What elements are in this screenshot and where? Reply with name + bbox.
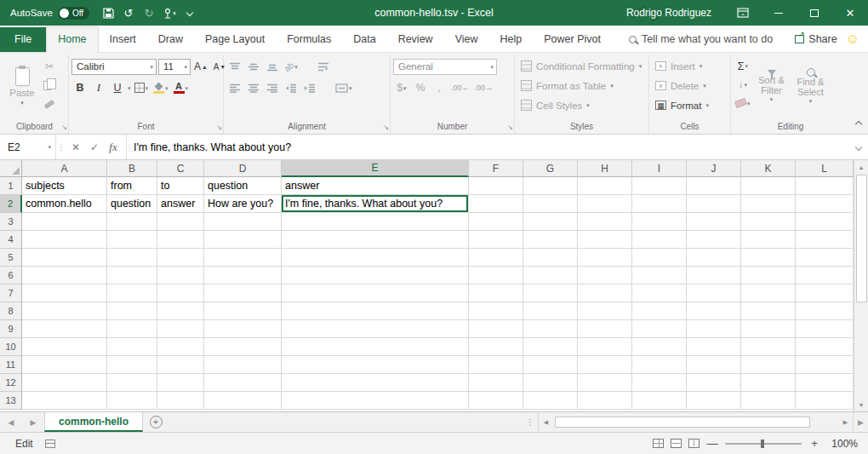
cell-L2[interactable] [796, 195, 854, 213]
orientation-button[interactable]: ab▾ [283, 58, 300, 75]
cell-A13[interactable] [22, 392, 107, 410]
cell-A4[interactable] [22, 231, 107, 249]
cell-H9[interactable] [578, 320, 632, 338]
cell-I6[interactable] [632, 267, 687, 284]
page-layout-view-button[interactable] [671, 439, 682, 448]
cell-C9[interactable] [157, 320, 204, 338]
row-header-8[interactable]: 8 [0, 302, 22, 320]
cell-F9[interactable] [469, 320, 523, 338]
cell-L13[interactable] [796, 392, 854, 410]
underline-button[interactable]: U [109, 79, 126, 96]
row-header-12[interactable]: 12 [0, 374, 22, 392]
scroll-down-icon[interactable]: ▼ [854, 398, 868, 411]
column-header-B[interactable]: B [107, 160, 157, 177]
column-header-H[interactable]: H [578, 160, 632, 177]
cell-C6[interactable] [157, 267, 204, 284]
column-header-D[interactable]: D [204, 160, 282, 177]
cell-K3[interactable] [741, 213, 796, 231]
cell-L5[interactable] [796, 249, 854, 267]
cell-C1[interactable]: to [157, 177, 204, 195]
cell-J5[interactable] [687, 249, 741, 267]
cell-styles-button[interactable]: Cell Styles▾ [517, 95, 645, 115]
cell-L8[interactable] [796, 302, 854, 320]
cell-K9[interactable] [741, 320, 796, 338]
name-box-resizer[interactable]: ⋮ [56, 135, 66, 159]
column-header-G[interactable]: G [523, 160, 578, 177]
autosum-button[interactable]: Σ▾ [734, 57, 752, 74]
cell-E8[interactable] [282, 302, 469, 320]
cell-H12[interactable] [578, 374, 632, 392]
sheet-tab-common-hello[interactable]: common-hello [44, 412, 143, 432]
cell-C2[interactable]: answer [157, 195, 204, 213]
row-header-3[interactable]: 3 [0, 213, 22, 231]
cell-F1[interactable] [469, 177, 523, 195]
cell-J11[interactable] [687, 356, 741, 374]
cell-B13[interactable] [107, 392, 157, 410]
cell-G11[interactable] [523, 356, 578, 374]
cell-G4[interactable] [523, 231, 578, 249]
cell-D8[interactable] [204, 302, 282, 320]
cell-B7[interactable] [107, 284, 157, 302]
cell-H2[interactable] [578, 195, 632, 213]
cell-B8[interactable] [107, 302, 157, 320]
delete-cells-button[interactable]: ×Delete▾ [652, 76, 712, 95]
close-button[interactable]: ✕ [832, 0, 868, 26]
cell-D10[interactable] [204, 338, 282, 356]
cell-K4[interactable] [741, 231, 796, 249]
cell-A10[interactable] [22, 338, 107, 356]
format-painter-button[interactable] [41, 95, 58, 112]
cell-G8[interactable] [523, 302, 578, 320]
clipboard-dialog-launcher[interactable]: ↘ [61, 124, 67, 131]
vertical-scroll-thumb[interactable] [856, 175, 867, 302]
customize-qat-button[interactable] [180, 0, 200, 26]
cell-G9[interactable] [523, 320, 578, 338]
row-header-13[interactable]: 13 [0, 392, 22, 410]
tab-data[interactable]: Data [342, 27, 386, 52]
cell-A12[interactable] [22, 374, 107, 392]
cell-K1[interactable] [741, 177, 796, 195]
cell-L6[interactable] [796, 267, 854, 284]
tell-me-box[interactable]: Tell me what you want to do [620, 27, 781, 52]
paste-button[interactable]: Paste ▾ [3, 55, 41, 117]
cell-C5[interactable] [157, 249, 204, 267]
cell-A9[interactable] [22, 320, 107, 338]
cell-F10[interactable] [469, 338, 523, 356]
cell-B12[interactable] [107, 374, 157, 392]
cell-F11[interactable] [469, 356, 523, 374]
cell-L11[interactable] [796, 356, 854, 374]
cell-F7[interactable] [469, 284, 523, 302]
save-button[interactable] [98, 0, 118, 26]
number-format-combo[interactable]: General▾ [393, 59, 497, 75]
row-header-6[interactable]: 6 [0, 267, 22, 284]
decrease-decimal-button[interactable]: .00→ [473, 79, 495, 96]
cell-H10[interactable] [578, 338, 632, 356]
cell-I8[interactable] [632, 302, 687, 320]
cut-button[interactable]: ✂ [41, 58, 58, 75]
cell-L4[interactable] [796, 231, 854, 249]
cell-L10[interactable] [796, 338, 854, 356]
column-header-K[interactable]: K [741, 160, 796, 177]
cell-I7[interactable] [632, 284, 687, 302]
cell-I13[interactable] [632, 392, 687, 410]
cell-F3[interactable] [469, 213, 523, 231]
user-name[interactable]: Rodrigo Rodriguez [613, 7, 725, 19]
cell-I3[interactable] [632, 213, 687, 231]
cell-I10[interactable] [632, 338, 687, 356]
cell-E11[interactable] [282, 356, 469, 374]
cell-I5[interactable] [632, 249, 687, 267]
feedback-smiley-icon[interactable]: ☺ [844, 28, 868, 52]
decrease-indent-button[interactable] [283, 79, 300, 96]
cell-D1[interactable]: question [204, 177, 282, 195]
cell-F4[interactable] [469, 231, 523, 249]
scroll-up-icon[interactable]: ▲ [854, 160, 868, 174]
cell-G7[interactable] [523, 284, 578, 302]
cell-B1[interactable]: from [107, 177, 157, 195]
insert-function-button[interactable]: fx [104, 135, 123, 159]
row-header-4[interactable]: 4 [0, 231, 22, 249]
row-header-7[interactable]: 7 [0, 284, 22, 302]
fill-color-button[interactable]: ▾ [151, 79, 170, 96]
cell-H4[interactable] [578, 231, 632, 249]
column-header-E[interactable]: E [282, 160, 469, 177]
name-box[interactable]: E2 ▾ [0, 135, 56, 159]
font-color-button[interactable]: A▾ [172, 79, 191, 96]
